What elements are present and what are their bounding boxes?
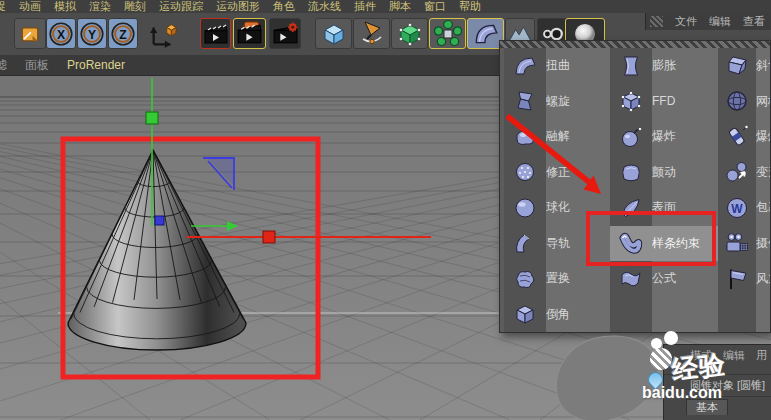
object-manager-menubar: 文件编辑查看 [645, 13, 771, 30]
deformer-column-1: 扭曲螺旋融解修正球化导轨置换倒角 [504, 48, 610, 332]
bevel-icon [504, 301, 546, 327]
mograph-cloner-button[interactable] [429, 18, 466, 49]
deformer-item-label: 公式 [652, 270, 718, 287]
deformer-item-label: 摄像机 [756, 235, 771, 252]
menu-item-12[interactable]: 帮助 [459, 0, 481, 13]
svg-text:W: W [731, 201, 743, 215]
morph-icon [718, 159, 756, 185]
render-to-picture-viewer-button[interactable] [233, 18, 266, 49]
deformer-item-bevel[interactable]: 倒角 [504, 297, 610, 333]
menu-item-6[interactable]: 运动图形 [216, 0, 260, 13]
lock-z-icon: Z [109, 20, 137, 48]
deformer-item-wind[interactable]: 风力 [718, 261, 771, 297]
deformer-item-melt[interactable]: 融解 [504, 119, 610, 155]
wind-icon [718, 266, 756, 292]
cinema4d-window: 捉动画模拟渲染雕刻运动跟踪运动图形角色流水线插件脚本窗口帮助 X Y Z [0, 0, 771, 420]
om-menu-item-0[interactable]: 文件 [675, 14, 697, 29]
deformer-item-wrap[interactable]: W包裹 [718, 190, 771, 226]
deformer-item-label: 倒角 [546, 306, 610, 323]
menu-item-0[interactable]: 捉 [0, 0, 6, 13]
deformer-item-label: 螺旋 [546, 93, 610, 110]
viewport-menu-prorender[interactable]: ProRender [67, 58, 125, 72]
explosion-icon [610, 124, 652, 150]
menu-item-1[interactable]: 动画 [19, 0, 41, 13]
correction-icon [504, 159, 546, 185]
lock-x-icon: X [47, 20, 75, 48]
lock-z-button[interactable]: Z [108, 18, 138, 49]
deformer-item-explosion[interactable]: 爆炸 [610, 119, 718, 155]
om-menu-item-1[interactable]: 编辑 [709, 14, 731, 29]
render-settings-icon [272, 21, 299, 46]
deformer-item-label: FFD [652, 94, 718, 108]
attr-menu-item-2[interactable]: 用 [756, 348, 767, 363]
explosionfx-icon [718, 124, 756, 150]
deformer-item-label: 爆炸 [652, 128, 718, 145]
displace-icon [504, 266, 546, 292]
render-view-button[interactable] [200, 18, 231, 49]
deformer-item-label: 修正 [546, 164, 610, 181]
tab-basic[interactable]: 基本 [686, 399, 728, 415]
deformer-item-correction[interactable]: 修正 [504, 155, 610, 191]
cube-icon [319, 19, 349, 49]
coordinate-system-button[interactable] [14, 18, 46, 49]
deformer-item-camera-deformer[interactable]: 摄像机 [718, 226, 771, 262]
menu-item-10[interactable]: 脚本 [389, 0, 411, 13]
deformer-item-bend[interactable]: 扭曲 [504, 48, 610, 84]
deformer-item-formula[interactable]: 公式 [610, 261, 718, 297]
attribute-tab-row: 基本 [664, 396, 771, 415]
om-menu-item-2[interactable]: 查看 [743, 14, 765, 29]
formula-icon [610, 266, 652, 292]
svg-text:X: X [57, 27, 65, 41]
twist-icon [504, 88, 546, 114]
menu-item-9[interactable]: 插件 [354, 0, 376, 13]
rail-icon [504, 230, 546, 256]
world-axes-button[interactable] [140, 18, 186, 49]
attribute-menubar: 模式编辑用 [664, 345, 771, 365]
viewport-menu-panel[interactable]: 面板 [25, 57, 49, 74]
ffd-icon [610, 88, 652, 114]
shear-icon [718, 53, 756, 79]
deformer-column-2: 膨胀FFD爆炸颤动表面样条约束公式 [610, 48, 718, 332]
attr-menu-item-1[interactable]: 编辑 [723, 348, 745, 363]
deformer-item-twist[interactable]: 螺旋 [504, 84, 610, 120]
render-settings-button[interactable] [269, 18, 301, 49]
attr-menu-item-0[interactable]: 模式 [690, 348, 712, 363]
deformer-item-label: 融解 [546, 128, 610, 145]
lock-y-button[interactable]: Y [77, 18, 107, 49]
attribute-manager: 模式编辑用 圆锥对象 [圆锥] 基本 [663, 344, 771, 420]
camera-deformer-icon [718, 230, 756, 256]
bend-icon [504, 53, 546, 79]
menu-item-8[interactable]: 流水线 [308, 0, 341, 13]
menu-item-11[interactable]: 窗口 [424, 0, 446, 13]
deformer-bend-icon [472, 20, 500, 48]
deformer-item-shear[interactable]: 斜切 [718, 48, 771, 84]
menu-item-7[interactable]: 角色 [273, 0, 295, 13]
add-cube-button[interactable] [315, 18, 352, 49]
menu-item-4[interactable]: 雕刻 [124, 0, 146, 13]
deformer-column-3: 斜切网格爆炸FX变形W包裹摄像机风力 [718, 48, 771, 332]
jiggle-icon [610, 159, 652, 185]
viewport-menu-filter-partial[interactable]: 滤 [0, 57, 7, 74]
deformer-item-ffd[interactable]: FFD [610, 84, 718, 120]
deformer-item-displace[interactable]: 置换 [504, 261, 610, 297]
deformer-item-label: 扭曲 [546, 57, 610, 74]
deformer-palette-popup: 扭曲螺旋融解修正球化导轨置换倒角膨胀FFD爆炸颤动表面样条约束公式斜切网格爆炸F… [499, 40, 771, 333]
deformer-item-jiggle[interactable]: 颤动 [610, 155, 718, 191]
svg-text:Y: Y [88, 27, 96, 41]
deformer-item-bulge[interactable]: 膨胀 [610, 48, 718, 84]
spline-pen-button[interactable] [353, 18, 390, 49]
deformer-item-label: 变形 [756, 164, 771, 181]
subdivision-surface-icon [395, 19, 425, 49]
lock-y-icon: Y [78, 20, 106, 48]
menu-item-5[interactable]: 运动跟踪 [159, 0, 203, 13]
melt-icon [504, 124, 546, 150]
palette-tearoff-handle[interactable] [500, 41, 770, 48]
deformer-item-mesh[interactable]: 网格 [718, 84, 771, 120]
lock-x-button[interactable]: X [46, 18, 76, 49]
menu-item-2[interactable]: 模拟 [54, 0, 76, 13]
subdivision-surface-button[interactable] [391, 18, 428, 49]
menu-item-3[interactable]: 渲染 [89, 0, 111, 13]
deformer-item-morph[interactable]: 变形 [718, 155, 771, 191]
panel-drag-handle-icon[interactable] [650, 16, 663, 27]
deformer-item-explosionfx[interactable]: 爆炸FX [718, 119, 771, 155]
